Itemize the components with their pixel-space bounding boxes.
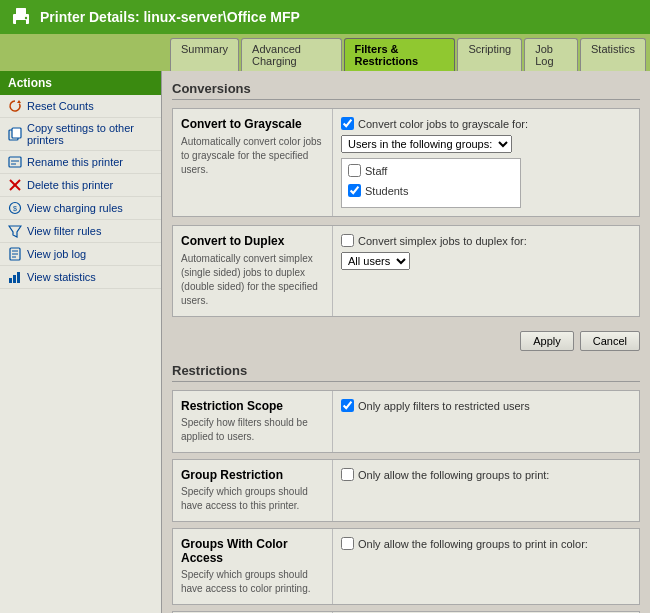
svg-text:$: $ [13, 205, 17, 212]
sidebar-label-job-log: View job log [27, 248, 86, 260]
grayscale-right: Convert color jobs to grayscale for: Use… [333, 109, 639, 216]
apply-row: Apply Cancel [172, 325, 640, 355]
sidebar-label-reset: Reset Counts [27, 100, 94, 112]
duplex-right: Convert simplex jobs to duplex for: All … [333, 226, 639, 316]
group-restriction-right: Only allow the following groups to print… [333, 460, 639, 521]
restriction-scope-right: Only apply filters to restricted users [333, 391, 639, 452]
grayscale-box: Convert to Grayscale Automatically conve… [172, 108, 640, 217]
svg-rect-7 [9, 157, 21, 167]
header: Printer Details: linux-server\Office MFP [0, 0, 650, 34]
tab-bar: Summary Advanced Charging Filters & Rest… [0, 34, 650, 71]
rename-icon [8, 155, 22, 169]
duplex-dropdown-row: All users [341, 252, 631, 270]
duplex-heading: Convert to Duplex [181, 234, 324, 248]
sidebar: Actions Reset Counts Copy settings to ot… [0, 71, 162, 613]
filter-icon [8, 224, 22, 238]
sidebar-item-delete[interactable]: Delete this printer [0, 174, 161, 197]
group-restriction-label[interactable]: Only allow the following groups to print… [341, 468, 631, 481]
restriction-scope-heading: Restriction Scope [181, 399, 324, 413]
svg-rect-21 [17, 272, 20, 283]
color-access-box: Groups With Color Access Specify which g… [172, 528, 640, 605]
restriction-scope-checkbox[interactable] [341, 399, 354, 412]
stats-icon [8, 270, 22, 284]
tab-filters-restrictions[interactable]: Filters & Restrictions [344, 38, 456, 71]
grayscale-dropdown[interactable]: Users in the following groups: [341, 135, 512, 153]
group-students-checkbox[interactable] [348, 184, 361, 197]
conversions-title: Conversions [172, 81, 640, 100]
grayscale-description: Automatically convert color jobs to gray… [181, 135, 324, 177]
grayscale-dropdown-row: Users in the following groups: [341, 135, 631, 153]
color-access-desc: Specify which groups should have access … [181, 568, 324, 596]
charging-icon: $ [8, 201, 22, 215]
sidebar-title: Actions [0, 71, 161, 95]
duplex-box: Convert to Duplex Automatically convert … [172, 225, 640, 317]
sidebar-item-job-log[interactable]: View job log [0, 243, 161, 266]
restrictions-section: Restrictions Restriction Scope Specify h… [172, 363, 640, 613]
svg-rect-20 [13, 275, 16, 283]
sidebar-label-filter: View filter rules [27, 225, 101, 237]
group-staff[interactable]: Staff [348, 163, 514, 178]
group-restriction-left: Group Restriction Specify which groups s… [173, 460, 333, 521]
sidebar-item-reset-counts[interactable]: Reset Counts [0, 95, 161, 118]
grayscale-checkbox[interactable] [341, 117, 354, 130]
restriction-scope-left: Restriction Scope Specify how filters sh… [173, 391, 333, 452]
svg-rect-1 [16, 20, 26, 25]
tab-advanced-charging[interactable]: Advanced Charging [241, 38, 341, 71]
sidebar-label-charging: View charging rules [27, 202, 123, 214]
header-title: Printer Details: linux-server\Office MFP [40, 9, 300, 25]
grayscale-heading: Convert to Grayscale [181, 117, 324, 131]
svg-point-3 [25, 17, 27, 19]
tab-summary[interactable]: Summary [170, 38, 239, 71]
color-access-left: Groups With Color Access Specify which g… [173, 529, 333, 604]
group-restriction-checkbox[interactable] [341, 468, 354, 481]
tab-statistics[interactable]: Statistics [580, 38, 646, 71]
conversions-section: Conversions Convert to Grayscale Automat… [172, 81, 640, 355]
grayscale-left: Convert to Grayscale Automatically conve… [173, 109, 333, 216]
restriction-scope-label[interactable]: Only apply filters to restricted users [341, 399, 631, 412]
delete-icon [8, 178, 22, 192]
reset-icon [8, 99, 22, 113]
sidebar-item-charging-rules[interactable]: $ View charging rules [0, 197, 161, 220]
sidebar-item-rename[interactable]: Rename this printer [0, 151, 161, 174]
duplex-checkbox-label[interactable]: Convert simplex jobs to duplex for: [341, 234, 631, 247]
group-students[interactable]: Students [348, 183, 514, 198]
cancel-button[interactable]: Cancel [580, 331, 640, 351]
svg-rect-6 [12, 128, 21, 138]
svg-rect-19 [9, 278, 12, 283]
tab-scripting[interactable]: Scripting [457, 38, 522, 71]
group-staff-checkbox[interactable] [348, 164, 361, 177]
sidebar-label-rename: Rename this printer [27, 156, 123, 168]
svg-marker-4 [17, 100, 21, 103]
duplex-dropdown[interactable]: All users [341, 252, 410, 270]
content-area: Conversions Convert to Grayscale Automat… [162, 71, 650, 613]
restrictions-title: Restrictions [172, 363, 640, 382]
sidebar-label-copy: Copy settings to other printers [27, 122, 153, 146]
sidebar-item-filter-rules[interactable]: View filter rules [0, 220, 161, 243]
main-layout: Actions Reset Counts Copy settings to ot… [0, 71, 650, 613]
group-restriction-box: Group Restriction Specify which groups s… [172, 459, 640, 522]
copy-icon [8, 127, 22, 141]
group-restriction-desc: Specify which groups should have access … [181, 485, 324, 513]
color-access-label[interactable]: Only allow the following groups to print… [341, 537, 631, 550]
tab-job-log[interactable]: Job Log [524, 38, 578, 71]
grayscale-group-list: Staff Students [341, 158, 521, 208]
restriction-scope-desc: Specify how filters should be applied to… [181, 416, 324, 444]
svg-rect-2 [16, 8, 26, 15]
duplex-checkbox[interactable] [341, 234, 354, 247]
group-restriction-heading: Group Restriction [181, 468, 324, 482]
apply-button[interactable]: Apply [520, 331, 574, 351]
restriction-scope-box: Restriction Scope Specify how filters sh… [172, 390, 640, 453]
sidebar-item-copy-settings[interactable]: Copy settings to other printers [0, 118, 161, 151]
log-icon [8, 247, 22, 261]
printer-icon [10, 6, 32, 28]
sidebar-label-statistics: View statistics [27, 271, 96, 283]
grayscale-checkbox-label[interactable]: Convert color jobs to grayscale for: [341, 117, 631, 130]
duplex-description: Automatically convert simplex (single si… [181, 252, 324, 308]
sidebar-label-delete: Delete this printer [27, 179, 113, 191]
color-access-checkbox[interactable] [341, 537, 354, 550]
color-access-heading: Groups With Color Access [181, 537, 324, 565]
sidebar-item-statistics[interactable]: View statistics [0, 266, 161, 289]
svg-marker-14 [9, 226, 21, 237]
duplex-left: Convert to Duplex Automatically convert … [173, 226, 333, 316]
color-access-right: Only allow the following groups to print… [333, 529, 639, 604]
